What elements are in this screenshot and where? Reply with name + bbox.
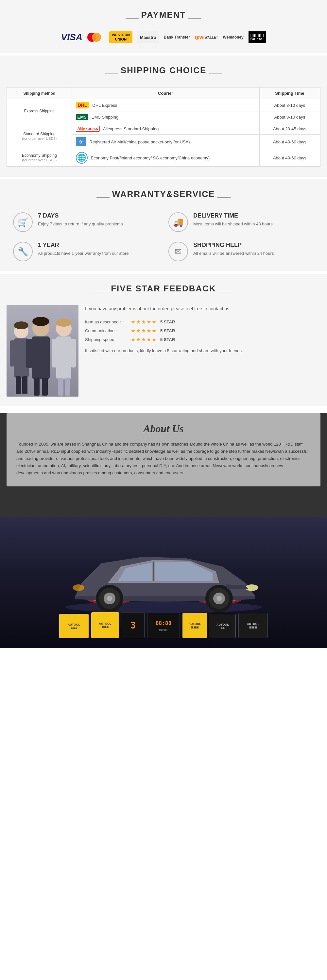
svg-point-37 (245, 584, 258, 591)
car-background: AUTOOL■■■■ AUTOOL◉◉◉ 3 88:88AUTOOL AUTOO… (0, 517, 327, 648)
time-economy: About 40-60 days (259, 149, 320, 167)
warranty-days-heading: 7 DAYS (38, 212, 123, 219)
payment-section: PAYMENT VISA WESTERNUNION Maestro Bank T… (0, 0, 327, 53)
warranty-delivery-heading: DELIVERY TIME (193, 212, 273, 219)
truck-icon: 🚚 (168, 212, 188, 232)
about-section: About Us Founded in 2005, we are based i… (0, 413, 327, 517)
time-ali: About 20-45 days (259, 123, 320, 135)
courier-ems: EMS EMS Shipping (72, 111, 259, 123)
warranty-delivery-text: DELIVERY TIME Most items will be shipped… (193, 212, 273, 228)
time-dhl: About 3-10 days (259, 99, 320, 111)
svg-rect-11 (56, 336, 71, 379)
warranty-grid: 🛒 7 DAYS Enjoy 7 days to return if any q… (6, 212, 321, 261)
mail-icon: ✉ (168, 242, 188, 261)
svg-rect-13 (71, 339, 76, 368)
people-image (6, 305, 78, 396)
product-item: 88:88AUTOOL (147, 614, 180, 638)
product-item: AUTOOL▦▦▦ (238, 613, 268, 638)
warranty-year-desc: All products have 1 year warranty from o… (38, 250, 129, 257)
table-row: Standard Shipping(for order over USD5) A… (7, 123, 320, 135)
tools-icon: 🔧 (13, 242, 33, 261)
rating-label-item: Item as described : (85, 320, 128, 325)
svg-rect-12 (52, 339, 57, 368)
fivestar-text-block: If you have any problems about the order… (85, 305, 321, 396)
payment-title: PAYMENT (141, 10, 186, 20)
airmail-name: Registered Air Mail(china post/e packet-… (89, 140, 190, 145)
svg-point-38 (73, 584, 85, 591)
stars-comm: ★★★★★ (131, 328, 157, 334)
stars-item: ★★★★★ (131, 319, 157, 325)
svg-rect-21 (58, 378, 64, 396)
warranty-item-days: 🛒 7 DAYS Enjoy 7 days to return if any q… (13, 212, 159, 232)
dhl-logo: DHL (76, 102, 89, 108)
shipping-section: SHIPPING CHOICE Shipping method Courier … (0, 56, 327, 177)
divider-right (188, 18, 201, 19)
svg-rect-19 (33, 378, 40, 396)
svg-rect-17 (16, 376, 21, 394)
stars-ship: ★★★★★ (131, 336, 157, 343)
divider-right (209, 73, 222, 74)
svg-point-16 (56, 319, 72, 327)
fivestar-content: If you have any problems about the order… (6, 305, 321, 396)
method-express: Express Shipping (7, 99, 72, 123)
mc-right-circle (92, 33, 101, 42)
cart-icon: 🛒 (13, 212, 33, 232)
warranty-help-heading: SHOPPING HELP (193, 242, 274, 248)
products-row: AUTOOL■■■■ AUTOOL◉◉◉ 3 88:88AUTOOL AUTOO… (53, 609, 274, 641)
about-title: About Us (16, 423, 311, 435)
fivestar-section: FIVE STAR FEEDBACK (0, 274, 327, 406)
dhl-name: DHL Express (92, 103, 117, 108)
courier-ali: Ali▶xpress Aliexpress Standard Shipping (72, 123, 259, 135)
qiwi-logo: QIWIWALLET (195, 31, 218, 43)
svg-point-14 (14, 321, 29, 329)
fivestar-intro: If you have any problems about the order… (85, 305, 321, 312)
shipping-table: Shipping method Courier Shipping Time Ex… (7, 87, 320, 167)
bank-transfer-logo: Bank Transfer (164, 31, 190, 43)
shipping-title-divider: SHIPPING CHOICE (6, 65, 321, 82)
col-method: Shipping method (7, 88, 72, 99)
col-time: Shipping Time (259, 88, 320, 99)
warranty-title: WARRANTY&SERVICE (112, 189, 215, 199)
car-section: AUTOOL■■■■ AUTOOL◉◉◉ 3 88:88AUTOOL AUTOO… (0, 517, 327, 648)
ems-logo: EMS (76, 114, 88, 120)
payment-title-divider: PAYMENT (6, 10, 321, 27)
warranty-item-delivery: 🚚 DELIVERY TIME Most items will be shipp… (168, 212, 314, 232)
maestro-logo: Maestro (137, 31, 159, 43)
divider-left (95, 292, 108, 293)
star-value-ship: 5 STAR (160, 337, 175, 342)
star-value-comm: 5 STAR (160, 328, 175, 333)
time-airmail: About 40-60 days (259, 135, 320, 149)
rating-label-comm: Communication : (85, 328, 128, 333)
warranty-section: WARRANTY&SERVICE 🛒 7 DAYS Enjoy 7 days t… (0, 179, 327, 271)
visa-logo: VISA (61, 31, 82, 43)
svg-rect-9 (44, 339, 50, 368)
warranty-delivery-desc: Most items will be shipped within 48 hou… (193, 221, 273, 228)
car-illustration (49, 524, 278, 616)
product-item: 3 (122, 612, 145, 638)
economy-icon: 🌐 (76, 152, 88, 164)
about-overlay: About Us Founded in 2005, we are based i… (6, 413, 321, 487)
boleto-logo: |||||||||||Boleto! (249, 31, 266, 43)
method-economy: Econnomy Shipping(for order over USD5) (7, 149, 72, 167)
svg-rect-8 (26, 339, 32, 368)
divider-left (96, 197, 110, 198)
divider-left (126, 18, 139, 19)
product-item: AUTOOL▣▣▣ (182, 613, 207, 638)
courier-dhl: DHL DHL Express (72, 99, 259, 111)
courier-economy: 🌐 Economy Post(finland economy/ SG econo… (72, 149, 259, 167)
svg-rect-4 (10, 340, 15, 366)
product-item: AUTOOL◈◈ (210, 614, 236, 638)
webmoney-logo: WebMoney (223, 31, 244, 43)
fivestar-footer: If satisfied with our products, kindly l… (85, 348, 321, 355)
svg-point-36 (217, 596, 222, 601)
col-courier: Courier (72, 88, 259, 99)
time-ems: About 3-10 days (259, 111, 320, 123)
table-row: Econnomy Shipping(for order over USD5) 🌐… (7, 149, 320, 167)
product-item: AUTOOL◉◉◉ (91, 612, 119, 638)
fivestar-title-divider: FIVE STAR FEEDBACK (6, 283, 321, 300)
airmail-icon: ✈ (76, 137, 86, 146)
warranty-item-year: 🔧 1 YEAR All products have 1 year warran… (13, 242, 159, 261)
shipping-title: SHIPPING CHOICE (121, 65, 207, 75)
economy-name: Economy Post(finland economy/ SG economy… (91, 156, 210, 161)
about-text: Founded in 2005, we are based in Shangha… (16, 441, 311, 477)
